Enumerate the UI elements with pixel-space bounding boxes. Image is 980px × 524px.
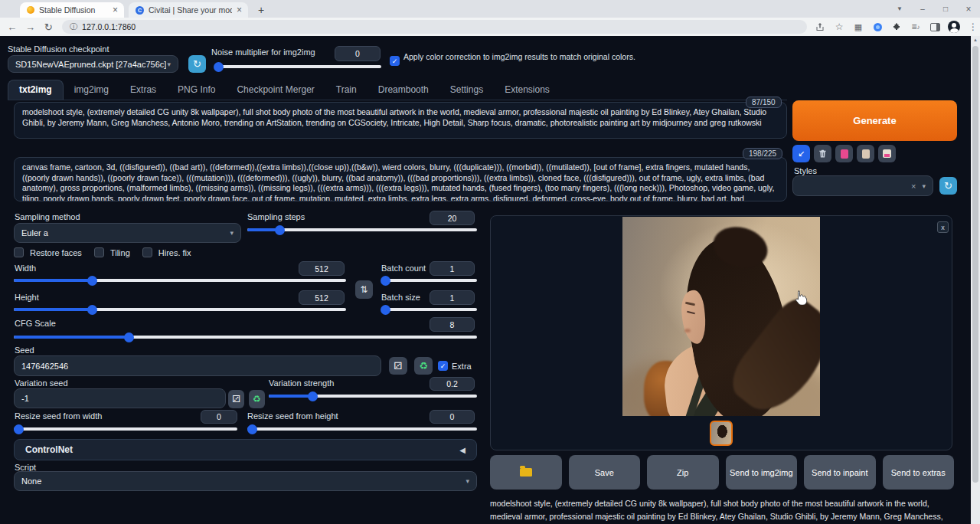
- height-value[interactable]: 512: [299, 290, 345, 305]
- resize-seed-height-slider[interactable]: [247, 427, 477, 431]
- checkpoint-dropdown[interactable]: SD15NewVAEpruned.ckpt [27a4ac756c] ▾: [8, 55, 178, 73]
- tab-close-icon[interactable]: ×: [237, 5, 242, 15]
- script-dropdown[interactable]: None ▾: [14, 471, 477, 491]
- tab-checkpoint-merger[interactable]: Checkpoint Merger: [226, 80, 325, 100]
- extra-networks-button[interactable]: [835, 145, 853, 162]
- scroll-up-icon[interactable]: ▲: [971, 38, 980, 42]
- slider-thumb[interactable]: [14, 424, 24, 434]
- seed-input[interactable]: [14, 355, 381, 376]
- browser-tab-civitai[interactable]: C Civitai | Share your models ×: [129, 2, 248, 18]
- maximize-button[interactable]: □: [934, 0, 957, 18]
- color-correction-checkbox[interactable]: ✓: [390, 56, 400, 66]
- save-button[interactable]: Save: [569, 455, 641, 490]
- batch-count-slider[interactable]: [381, 279, 477, 282]
- clear-prompt-button[interactable]: [814, 145, 831, 162]
- hires-fix-checkbox[interactable]: [142, 247, 152, 257]
- noise-multiplier-value[interactable]: 0: [335, 46, 381, 61]
- save-style-button[interactable]: [878, 145, 896, 162]
- batch-size-value[interactable]: 1: [430, 290, 475, 305]
- controlnet-accordion[interactable]: ControlNet ◀: [14, 439, 477, 460]
- apply-style-button[interactable]: [857, 145, 874, 162]
- noise-multiplier-slider[interactable]: [215, 65, 381, 68]
- minimize-button[interactable]: –: [911, 0, 934, 18]
- swap-dimensions-button[interactable]: ⇅: [355, 280, 373, 299]
- bookmark-star-icon[interactable]: ☆: [832, 20, 846, 34]
- forward-icon[interactable]: →: [21, 19, 40, 34]
- sampling-steps-slider[interactable]: [247, 228, 477, 231]
- send-to-img2img-button[interactable]: Send to img2img: [726, 455, 798, 490]
- tab-search-icon[interactable]: ▼: [888, 0, 911, 18]
- browser-menu-icon[interactable]: ⋮: [966, 20, 980, 34]
- generate-button[interactable]: Generate: [792, 100, 957, 141]
- random-seed-button[interactable]: ⚂: [389, 357, 407, 375]
- slider-thumb[interactable]: [214, 62, 224, 72]
- address-bar[interactable]: ⓘ 127.0.0.1:7860: [62, 20, 807, 34]
- tab-train[interactable]: Train: [325, 80, 368, 100]
- close-window-button[interactable]: ×: [957, 0, 980, 18]
- tab-dreambooth[interactable]: Dreambooth: [368, 80, 439, 100]
- share-icon[interactable]: [813, 20, 827, 34]
- tab-img2img[interactable]: img2img: [64, 80, 119, 100]
- back-icon[interactable]: ←: [3, 19, 21, 34]
- resize-seed-width-slider[interactable]: [14, 427, 237, 431]
- slider-thumb[interactable]: [87, 305, 97, 315]
- slider-thumb[interactable]: [381, 305, 390, 315]
- height-slider[interactable]: [14, 308, 346, 311]
- generated-image[interactable]: [622, 217, 820, 416]
- scrollbar-thumb[interactable]: [972, 46, 978, 483]
- width-value[interactable]: 512: [299, 261, 345, 276]
- refresh-styles-button[interactable]: ↻: [939, 177, 957, 195]
- extension-dot-icon[interactable]: [871, 20, 884, 34]
- reload-icon[interactable]: ↻: [39, 19, 57, 34]
- new-tab-button[interactable]: +: [253, 2, 270, 18]
- zip-button[interactable]: Zip: [647, 455, 719, 490]
- reuse-variation-seed-button[interactable]: ♻: [249, 390, 265, 408]
- width-slider[interactable]: [14, 279, 346, 282]
- resize-seed-width-value[interactable]: 0: [201, 410, 237, 424]
- slider-thumb[interactable]: [308, 391, 318, 401]
- styles-dropdown[interactable]: × ▾: [792, 175, 933, 196]
- variation-seed-input[interactable]: [14, 388, 226, 408]
- send-to-extras-button[interactable]: Send to extras: [883, 455, 955, 490]
- slider-thumb[interactable]: [124, 332, 134, 342]
- extra-seed-checkbox[interactable]: ✓: [438, 361, 448, 371]
- clear-styles-icon[interactable]: ×: [911, 182, 916, 191]
- open-folder-button[interactable]: [490, 455, 562, 490]
- negative-prompt-textarea[interactable]: canvas frame, cartoon, 3d, ((disfigured)…: [14, 157, 787, 201]
- random-variation-seed-button[interactable]: ⚂: [228, 390, 244, 408]
- slider-thumb[interactable]: [247, 424, 257, 434]
- extensions-puzzle-icon[interactable]: [890, 20, 903, 34]
- side-panel-icon[interactable]: [928, 20, 942, 34]
- tab-png-info[interactable]: PNG Info: [167, 80, 226, 100]
- slider-thumb[interactable]: [275, 225, 285, 235]
- variation-strength-slider[interactable]: [269, 395, 477, 398]
- reading-list-icon[interactable]: ≡♪: [909, 20, 923, 34]
- tab-extras[interactable]: Extras: [119, 80, 167, 100]
- profile-avatar[interactable]: [947, 20, 961, 34]
- tab-close-icon[interactable]: ×: [113, 5, 118, 15]
- cfg-scale-value[interactable]: 8: [430, 317, 475, 332]
- tab-txt2img[interactable]: txt2img: [8, 80, 64, 100]
- read-parameters-button[interactable]: ↙: [792, 145, 810, 162]
- tiling-checkbox[interactable]: [94, 247, 104, 257]
- reuse-seed-button[interactable]: ♻: [414, 357, 433, 375]
- close-image-icon[interactable]: x: [937, 221, 949, 233]
- restore-faces-checkbox[interactable]: [14, 247, 24, 257]
- variation-strength-value[interactable]: 0.2: [430, 377, 475, 391]
- extension-grid-icon[interactable]: ▦: [851, 20, 865, 34]
- prompt-textarea[interactable]: modelshoot style, (extremely detailed CG…: [14, 102, 787, 139]
- refresh-checkpoint-button[interactable]: ↻: [188, 55, 206, 73]
- sampling-steps-value[interactable]: 20: [430, 211, 475, 225]
- send-to-inpaint-button[interactable]: Send to inpaint: [804, 455, 876, 490]
- batch-count-value[interactable]: 1: [430, 261, 475, 276]
- tab-settings[interactable]: Settings: [439, 80, 494, 100]
- cfg-scale-slider[interactable]: [14, 336, 477, 339]
- page-scrollbar[interactable]: ▲: [971, 36, 980, 524]
- batch-size-slider[interactable]: [381, 308, 477, 311]
- gallery-thumbnail-selected[interactable]: [710, 421, 733, 446]
- browser-tab-active[interactable]: Stable Diffusion ×: [20, 2, 124, 18]
- tab-extensions[interactable]: Extensions: [494, 80, 560, 100]
- slider-thumb[interactable]: [381, 276, 390, 286]
- slider-thumb[interactable]: [87, 276, 97, 286]
- sampling-method-dropdown[interactable]: Euler a ▾: [14, 223, 241, 243]
